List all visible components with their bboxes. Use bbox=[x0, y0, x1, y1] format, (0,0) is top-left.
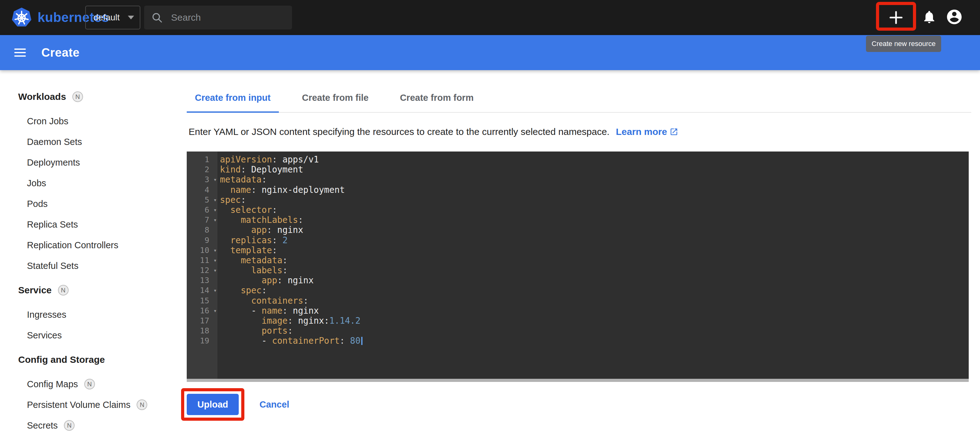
item-label: Config Maps bbox=[27, 379, 78, 390]
sidebar-item-config-maps[interactable]: Config Maps N bbox=[18, 374, 174, 394]
upload-button[interactable]: Upload bbox=[187, 394, 239, 415]
editor-line[interactable]: 6▾ selector: bbox=[187, 205, 969, 215]
sidebar-item-daemon-sets[interactable]: Daemon Sets bbox=[18, 131, 174, 152]
fold-arrow-icon[interactable]: ▾ bbox=[213, 255, 217, 266]
item-label: Stateful Sets bbox=[27, 261, 78, 271]
fold-arrow-icon[interactable]: ▾ bbox=[213, 245, 217, 255]
sidebar-item-cron-jobs[interactable]: Cron Jobs bbox=[18, 111, 174, 131]
item-label: Services bbox=[27, 330, 62, 340]
namespaced-badge: N bbox=[58, 285, 68, 296]
sidebar-item-deployments[interactable]: Deployments bbox=[18, 152, 174, 173]
create-new-resource-button[interactable] bbox=[882, 6, 910, 29]
sidebar-item-persistent-volume-claims[interactable]: Persistent Volume Claims N bbox=[18, 394, 174, 415]
namespaced-badge: N bbox=[72, 92, 83, 102]
notifications-bell-icon[interactable] bbox=[922, 10, 937, 24]
item-label: Jobs bbox=[27, 178, 46, 188]
tab-bar: Create from input Create from file Creat… bbox=[187, 83, 971, 113]
section-label: Config and Storage bbox=[18, 355, 105, 365]
main-content: Create from input Create from file Creat… bbox=[174, 70, 980, 437]
item-label: Daemon Sets bbox=[27, 137, 82, 147]
item-label: Cron Jobs bbox=[27, 116, 68, 127]
section-label: Workloads bbox=[18, 92, 66, 102]
editor-line[interactable]: 14▾ spec: bbox=[187, 285, 969, 296]
sidebar-item-secrets[interactable]: Secrets N bbox=[18, 415, 174, 436]
editor-line[interactable]: 4 name: nginx-deployment bbox=[187, 185, 969, 195]
line-number: 18 bbox=[187, 326, 218, 336]
tab-create-from-form[interactable]: Create from form bbox=[391, 83, 482, 112]
namespaced-badge: N bbox=[84, 379, 95, 390]
section-label: Service bbox=[18, 285, 52, 296]
tooltip: Create new resource bbox=[866, 36, 941, 52]
sidebar-item-ingresses[interactable]: Ingresses bbox=[18, 304, 174, 325]
editor-line[interactable]: 9 replicas: 2 bbox=[187, 235, 969, 245]
line-number: 11▾ bbox=[187, 255, 218, 266]
editor-line[interactable]: 12▾ labels: bbox=[187, 266, 969, 276]
line-number: 19 bbox=[187, 336, 218, 346]
sidebar-item-services[interactable]: Services bbox=[18, 325, 174, 345]
namespace-selector[interactable]: default bbox=[85, 6, 140, 29]
plus-icon bbox=[888, 10, 904, 26]
editor-line[interactable]: 5▾spec: bbox=[187, 195, 969, 205]
search-input[interactable] bbox=[170, 11, 285, 24]
fold-arrow-icon[interactable]: ▾ bbox=[213, 306, 217, 316]
sidebar-section-config-and-storage[interactable]: Config and Storage bbox=[18, 349, 174, 370]
annotation-box-upload-button: Upload bbox=[181, 388, 244, 421]
editor-line[interactable]: 3▾metadata: bbox=[187, 175, 969, 185]
account-icon[interactable] bbox=[945, 8, 963, 26]
sidebar-item-stateful-sets[interactable]: Stateful Sets bbox=[18, 255, 174, 276]
sidebar-item-jobs[interactable]: Jobs bbox=[18, 173, 174, 193]
menu-icon[interactable] bbox=[13, 46, 27, 60]
tab-create-from-file[interactable]: Create from file bbox=[294, 83, 377, 112]
learn-more-link[interactable]: Learn more bbox=[616, 127, 678, 137]
line-number: 8 bbox=[187, 225, 218, 235]
sidebar-item-replication-controllers[interactable]: Replication Controllers bbox=[18, 235, 174, 255]
sidebar: Workloads N Cron Jobs Daemon Sets Deploy… bbox=[0, 70, 174, 437]
editor-line[interactable]: 13 app: nginx bbox=[187, 276, 969, 285]
editor-line[interactable]: 1apiVersion: apps/v1 bbox=[187, 155, 969, 165]
editor-line[interactable]: 7▾ matchLabels: bbox=[187, 215, 969, 225]
fold-arrow-icon[interactable]: ▾ bbox=[213, 285, 217, 296]
item-label: Secrets bbox=[27, 420, 58, 431]
cancel-button[interactable]: Cancel bbox=[259, 399, 289, 410]
editor-line[interactable]: 8 app: nginx bbox=[187, 225, 969, 235]
top-bar: kubernetes default bbox=[0, 0, 980, 35]
editor-horizontal-scrollbar[interactable] bbox=[187, 379, 969, 382]
action-bar: Upload Cancel bbox=[187, 388, 971, 421]
line-number: 9 bbox=[187, 235, 218, 245]
editor-line[interactable]: 10▾ template: bbox=[187, 245, 969, 255]
search-bar[interactable] bbox=[144, 6, 292, 29]
line-number: 1 bbox=[187, 155, 218, 165]
sidebar-item-replica-sets[interactable]: Replica Sets bbox=[18, 214, 174, 235]
tab-create-from-input[interactable]: Create from input bbox=[187, 83, 279, 112]
line-number: 2 bbox=[187, 165, 218, 175]
namespace-value: default bbox=[93, 13, 120, 22]
line-number: 10▾ bbox=[187, 245, 218, 255]
line-number: 16▾ bbox=[187, 306, 218, 316]
line-number: 4 bbox=[187, 185, 218, 195]
sidebar-section-service[interactable]: Service N bbox=[18, 280, 174, 301]
namespaced-badge: N bbox=[137, 399, 147, 410]
editor-line[interactable]: 19 - containerPort: 80 bbox=[187, 336, 969, 346]
text-cursor bbox=[361, 337, 363, 345]
editor-line[interactable]: 15 containers: bbox=[187, 296, 969, 306]
chevron-down-icon bbox=[128, 16, 134, 19]
sidebar-item-pods[interactable]: Pods bbox=[18, 193, 174, 214]
fold-arrow-icon[interactable]: ▾ bbox=[213, 215, 217, 225]
item-label: Replica Sets bbox=[27, 219, 78, 230]
page-title: Create bbox=[41, 46, 80, 60]
fold-arrow-icon[interactable]: ▾ bbox=[213, 205, 217, 215]
sidebar-section-workloads[interactable]: Workloads N bbox=[18, 86, 174, 107]
editor-line[interactable]: 18 ports: bbox=[187, 326, 969, 336]
description-text: Enter YAML or JSON content specifying th… bbox=[189, 127, 971, 137]
namespaced-badge: N bbox=[64, 420, 75, 431]
editor-line[interactable]: 16▾ - name: nginx bbox=[187, 306, 969, 316]
line-number: 13 bbox=[187, 276, 218, 285]
editor-line[interactable]: 2kind: Deployment bbox=[187, 165, 969, 175]
line-number: 12▾ bbox=[187, 266, 218, 276]
fold-arrow-icon[interactable]: ▾ bbox=[213, 175, 217, 185]
fold-arrow-icon[interactable]: ▾ bbox=[213, 195, 217, 205]
yaml-editor[interactable]: 1apiVersion: apps/v12kind: Deployment3▾m… bbox=[187, 152, 969, 382]
editor-line[interactable]: 17 image: nginx:1.14.2 bbox=[187, 316, 969, 326]
editor-line[interactable]: 11▾ metadata: bbox=[187, 255, 969, 266]
fold-arrow-icon[interactable]: ▾ bbox=[213, 266, 217, 276]
